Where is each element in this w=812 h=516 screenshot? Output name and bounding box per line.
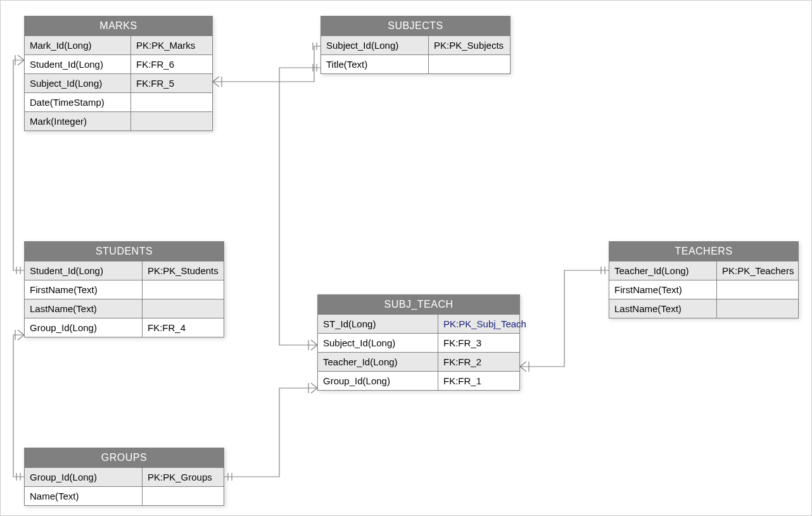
column-name: Subject_Id(Long): [318, 334, 438, 352]
entity-row[interactable]: FirstName(Text): [609, 280, 798, 299]
column-key: [143, 280, 224, 299]
column-name: ST_Id(Long): [318, 315, 438, 333]
entity-groups-title: GROUPS: [25, 448, 224, 467]
column-key: [717, 299, 798, 318]
column-name: Mark_Id(Long): [25, 36, 131, 54]
entity-row[interactable]: FirstName(Text): [25, 280, 224, 299]
entity-row[interactable]: Subject_Id(Long)FK:FR_5: [25, 73, 212, 92]
column-name: Student_Id(Long): [25, 55, 131, 73]
column-name: Date(TimeStamp): [25, 93, 131, 111]
column-key: FK:FR_1: [438, 372, 519, 390]
entity-students-title: STUDENTS: [25, 242, 224, 261]
column-key: PK:PK_Subjects: [429, 36, 510, 54]
entity-row[interactable]: Name(Text): [25, 486, 224, 505]
column-key: [429, 55, 510, 73]
column-key: [131, 112, 212, 130]
column-key: FK:FR_4: [143, 318, 224, 337]
entity-row[interactable]: ST_Id(Long)PK:PK_Subj_Teach: [318, 314, 519, 333]
column-key: FK:FR_2: [438, 353, 519, 371]
column-name: Teacher_Id(Long): [318, 353, 438, 371]
column-key: PK:PK_Subj_Teach: [438, 315, 519, 333]
column-name: Group_Id(Long): [318, 372, 438, 390]
column-name: Group_Id(Long): [25, 468, 143, 486]
entity-row[interactable]: Group_Id(Long)PK:PK_Groups: [25, 467, 224, 486]
entity-row[interactable]: LastName(Text): [25, 299, 224, 318]
entity-row[interactable]: Subject_Id(Long)PK:PK_Subjects: [321, 35, 510, 54]
column-key: PK:PK_Marks: [131, 36, 212, 54]
column-name: Name(Text): [25, 487, 143, 505]
entity-teachers-title: TEACHERS: [609, 242, 798, 261]
column-key: PK:PK_Teachers: [717, 261, 798, 280]
entity-row[interactable]: Date(TimeStamp): [25, 92, 212, 111]
column-key: [131, 93, 212, 111]
column-name: FirstName(Text): [609, 280, 717, 299]
entity-row[interactable]: Teacher_Id(Long)FK:FR_2: [318, 352, 519, 371]
entity-marks[interactable]: MARKS Mark_Id(Long)PK:PK_MarksStudent_Id…: [24, 16, 213, 131]
column-key: [143, 299, 224, 318]
entity-subjects-rows: Subject_Id(Long)PK:PK_SubjectsTitle(Text…: [321, 35, 510, 73]
column-name: LastName(Text): [25, 299, 143, 318]
column-key: FK:FR_3: [438, 334, 519, 352]
entity-marks-rows: Mark_Id(Long)PK:PK_MarksStudent_Id(Long)…: [25, 35, 212, 130]
column-name: Title(Text): [321, 55, 429, 73]
entity-marks-title: MARKS: [25, 16, 212, 35]
column-key: PK:PK_Groups: [143, 468, 224, 486]
entity-row[interactable]: Mark_Id(Long)PK:PK_Marks: [25, 35, 212, 54]
column-name: Student_Id(Long): [25, 261, 143, 280]
column-key: PK:PK_Students: [143, 261, 224, 280]
entity-subj-teach-rows: ST_Id(Long)PK:PK_Subj_TeachSubject_Id(Lo…: [318, 314, 519, 390]
entity-groups[interactable]: GROUPS Group_Id(Long)PK:PK_GroupsName(Te…: [24, 448, 224, 506]
column-name: Group_Id(Long): [25, 318, 143, 337]
column-key: FK:FR_5: [131, 74, 212, 92]
column-name: Subject_Id(Long): [321, 36, 429, 54]
entity-subjects-title: SUBJECTS: [321, 16, 510, 35]
entity-row[interactable]: Teacher_Id(Long)PK:PK_Teachers: [609, 261, 798, 280]
column-key: [143, 487, 224, 505]
entity-row[interactable]: Student_Id(Long)PK:PK_Students: [25, 261, 224, 280]
column-name: FirstName(Text): [25, 280, 143, 299]
entity-subj-teach[interactable]: SUBJ_TEACH ST_Id(Long)PK:PK_Subj_TeachSu…: [317, 294, 520, 391]
column-key: [717, 280, 798, 299]
entity-row[interactable]: Student_Id(Long)FK:FR_6: [25, 54, 212, 73]
entity-teachers[interactable]: TEACHERS Teacher_Id(Long)PK:PK_TeachersF…: [609, 241, 799, 318]
column-name: Subject_Id(Long): [25, 74, 131, 92]
entity-subjects[interactable]: SUBJECTS Subject_Id(Long)PK:PK_SubjectsT…: [320, 16, 511, 74]
entity-students[interactable]: STUDENTS Student_Id(Long)PK:PK_StudentsF…: [24, 241, 224, 337]
entity-students-rows: Student_Id(Long)PK:PK_StudentsFirstName(…: [25, 261, 224, 337]
column-name: Mark(Integer): [25, 112, 131, 130]
entity-groups-rows: Group_Id(Long)PK:PK_GroupsName(Text): [25, 467, 224, 505]
entity-subj-teach-title: SUBJ_TEACH: [318, 295, 519, 314]
entity-row[interactable]: Mark(Integer): [25, 111, 212, 130]
column-name: LastName(Text): [609, 299, 717, 318]
entity-row[interactable]: Title(Text): [321, 54, 510, 73]
erd-canvas: MARKS Mark_Id(Long)PK:PK_MarksStudent_Id…: [1, 1, 811, 515]
entity-row[interactable]: Group_Id(Long)FK:FR_1: [318, 371, 519, 390]
entity-row[interactable]: Subject_Id(Long)FK:FR_3: [318, 333, 519, 352]
entity-row[interactable]: Group_Id(Long)FK:FR_4: [25, 318, 224, 337]
column-key: FK:FR_6: [131, 55, 212, 73]
entity-row[interactable]: LastName(Text): [609, 299, 798, 318]
entity-teachers-rows: Teacher_Id(Long)PK:PK_TeachersFirstName(…: [609, 261, 798, 318]
column-name: Teacher_Id(Long): [609, 261, 717, 280]
